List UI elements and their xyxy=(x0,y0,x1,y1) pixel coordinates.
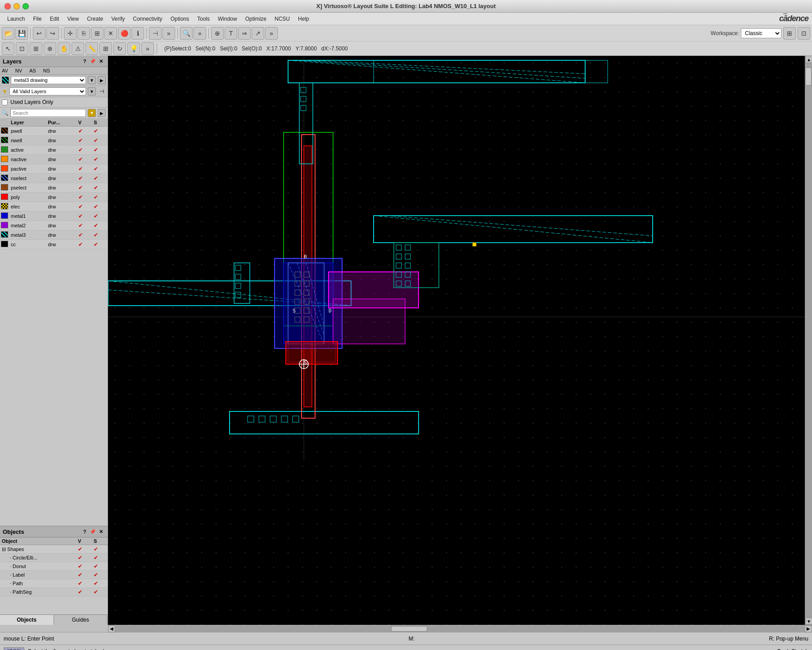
layer-table-container[interactable]: Layer Pur... V S pwell drw ✔ ✔ xyxy=(0,119,108,526)
close-button[interactable] xyxy=(5,3,11,9)
obj-path-s[interactable]: ✔ xyxy=(92,579,108,588)
obj-pathseg-s[interactable]: ✔ xyxy=(92,588,108,596)
menu-tools[interactable]: Tools xyxy=(194,14,213,23)
layer-v-check[interactable]: ✔ xyxy=(77,136,92,145)
obj-path-v[interactable]: ✔ xyxy=(76,579,92,588)
objects-pin-button[interactable]: 📌 xyxy=(89,528,97,536)
obj-donut-v[interactable]: ✔ xyxy=(76,562,92,571)
select-button[interactable]: ↗ xyxy=(252,27,264,40)
layout-svg[interactable]: B S D S xyxy=(108,56,812,625)
layer-s-check[interactable]: ✔ xyxy=(92,212,108,221)
layer-purpose[interactable]: drw xyxy=(46,164,77,174)
layer-v-check[interactable]: ✔ xyxy=(77,202,92,212)
obj-shapes-s[interactable]: ✔ xyxy=(92,545,108,554)
obj-label-row[interactable]: · Label ✔ ✔ xyxy=(0,571,108,579)
obj-donut-row[interactable]: · Donut ✔ ✔ xyxy=(0,562,108,571)
layer-v-check[interactable]: ✔ xyxy=(77,155,92,164)
layer-extra-btn[interactable]: ▶ xyxy=(98,76,106,84)
layer-purpose[interactable]: drw xyxy=(46,174,77,183)
layer-dropdown[interactable]: metal3 drawing xyxy=(11,76,86,84)
delete-button[interactable]: ✕ xyxy=(104,27,117,40)
workspace-btn2[interactable]: ⊡ xyxy=(798,27,810,40)
workspace-btn1[interactable]: ⊞ xyxy=(783,27,796,40)
zoom-more-button[interactable]: » xyxy=(194,27,206,40)
minimize-button[interactable] xyxy=(14,3,20,9)
menu-ncsu[interactable]: NCSU xyxy=(271,14,293,23)
layer-v-check[interactable]: ✔ xyxy=(77,164,92,174)
scroll-track-v[interactable] xyxy=(805,63,812,618)
layer-row[interactable]: active drw ✔ ✔ xyxy=(0,145,108,155)
warn-button[interactable]: ⚠ xyxy=(72,42,84,55)
layer-s-check[interactable]: ✔ xyxy=(92,174,108,183)
obj-circle-v[interactable]: ✔ xyxy=(76,554,92,562)
search-dropdown-btn[interactable]: ▼ xyxy=(88,109,96,117)
layer-row[interactable]: pwell drw ✔ ✔ xyxy=(0,126,108,136)
maximize-button[interactable] xyxy=(23,3,29,9)
obj-label-s[interactable]: ✔ xyxy=(92,571,108,579)
layer-s-check[interactable]: ✔ xyxy=(92,164,108,174)
layer-s-check[interactable]: ✔ xyxy=(92,221,108,230)
layers-pin-button[interactable]: 📌 xyxy=(89,57,97,65)
layer-s-check[interactable]: ✔ xyxy=(92,202,108,212)
obj-shapes-v[interactable]: ✔ xyxy=(76,545,92,554)
layer-name[interactable]: active xyxy=(9,145,46,155)
obj-shapes-row[interactable]: ⊟ Shapes ✔ ✔ xyxy=(0,545,108,554)
rotate-button[interactable]: ↻ xyxy=(113,42,126,55)
align-left-button[interactable]: ⊣ xyxy=(149,27,162,40)
tab-objects[interactable]: Objects xyxy=(0,615,54,625)
menu-connectivity[interactable]: Connectivity xyxy=(129,14,166,23)
layer-purpose[interactable]: drw xyxy=(46,202,77,212)
layer-row[interactable]: pactive drw ✔ ✔ xyxy=(0,164,108,174)
layer-name[interactable]: pactive xyxy=(9,164,46,174)
select-mode-button[interactable]: ↖ xyxy=(2,42,14,55)
filter-dropdown-btn[interactable]: ▼ xyxy=(88,87,96,95)
layer-purpose[interactable]: drw xyxy=(46,193,77,202)
obj-pathseg-v[interactable]: ✔ xyxy=(76,588,92,596)
layer-v-check[interactable]: ✔ xyxy=(77,212,92,221)
scroll-left-button[interactable]: ◀ xyxy=(108,625,115,632)
menu-window[interactable]: Window xyxy=(214,14,241,23)
zoom-in-button[interactable]: 🔍 xyxy=(180,27,193,40)
layer-name[interactable]: metal2 xyxy=(9,221,46,230)
obj-circle-row[interactable]: · Circle/Elli... ✔ ✔ xyxy=(0,554,108,562)
workspace-select[interactable]: Classic xyxy=(741,28,781,38)
layer-s-check[interactable]: ✔ xyxy=(92,136,108,145)
light-button[interactable]: 💡 xyxy=(127,42,140,55)
layers-help-button[interactable]: ? xyxy=(81,57,89,65)
layer-row[interactable]: elec drw ✔ ✔ xyxy=(0,202,108,212)
scroll-thumb-v[interactable] xyxy=(805,68,812,86)
view-fit-button[interactable]: ⊞ xyxy=(91,27,104,40)
layer-purpose[interactable]: drw xyxy=(46,136,77,145)
layer-row[interactable]: metal1 drw ✔ ✔ xyxy=(0,212,108,221)
col-layer-name[interactable]: Layer xyxy=(9,119,46,126)
layer-name[interactable]: nactive xyxy=(9,155,46,164)
layer-v-check[interactable]: ✔ xyxy=(77,221,92,230)
layer-name[interactable]: metal3 xyxy=(9,230,46,240)
layer-row[interactable]: metal3 drw ✔ ✔ xyxy=(0,230,108,240)
layer-row[interactable]: nactive drw ✔ ✔ xyxy=(0,155,108,164)
layer-v-check[interactable]: ✔ xyxy=(77,230,92,240)
objects-close-button[interactable]: ✕ xyxy=(97,528,105,536)
tab-guides[interactable]: Guides xyxy=(54,615,108,625)
layer-s-check[interactable]: ✔ xyxy=(92,230,108,240)
layer-purpose[interactable]: drw xyxy=(46,212,77,221)
layer-s-check[interactable]: ✔ xyxy=(92,193,108,202)
layer-row[interactable]: nselect drw ✔ ✔ xyxy=(0,174,108,183)
snap-mode-button[interactable]: ⊞ xyxy=(99,42,112,55)
layer-s-check[interactable]: ✔ xyxy=(92,145,108,155)
scroll-up-button[interactable]: ▲ xyxy=(805,56,812,63)
layer-v-check[interactable]: ✔ xyxy=(77,126,92,136)
layer-name[interactable]: metal1 xyxy=(9,212,46,221)
layer-row[interactable]: metal2 drw ✔ ✔ xyxy=(0,221,108,230)
menu-launch[interactable]: Launch xyxy=(4,14,28,23)
layer-purpose[interactable]: drw xyxy=(46,126,77,136)
filter-extra-btn[interactable]: ⊣ xyxy=(98,87,106,95)
layer-name[interactable]: poly xyxy=(9,193,46,202)
layer-purpose[interactable]: drw xyxy=(46,221,77,230)
more-button3[interactable]: » xyxy=(141,42,154,55)
scroll-right-button[interactable]: ▶ xyxy=(805,625,812,632)
search-extra-btn[interactable]: ▶ xyxy=(98,109,106,117)
obj-donut-s[interactable]: ✔ xyxy=(92,562,108,571)
layer-v-check[interactable]: ✔ xyxy=(77,145,92,155)
layer-dropdown-btn[interactable]: ▼ xyxy=(88,76,96,84)
